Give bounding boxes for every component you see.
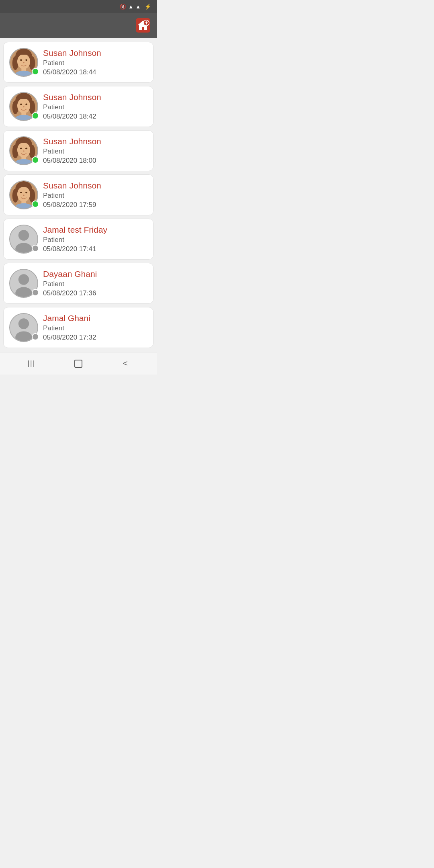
call-datetime: 05/08/2020 17:36 xyxy=(43,289,147,297)
svg-point-30 xyxy=(25,147,27,149)
bottom-nav: ||| < xyxy=(0,352,157,375)
contact-name: Dayaan Ghani xyxy=(43,269,147,279)
call-item[interactable]: Dayaan GhaniPatient05/08/2020 17:36 xyxy=(3,263,154,304)
contact-role: Patient xyxy=(43,59,147,67)
call-item[interactable]: Susan JohnsonPatient05/08/2020 18:00 xyxy=(3,130,154,171)
svg-point-39 xyxy=(20,192,22,193)
contact-role: Patient xyxy=(43,103,147,111)
call-datetime: 05/08/2020 18:42 xyxy=(43,113,147,121)
svg-point-31 xyxy=(23,151,25,152)
contact-name: Susan Johnson xyxy=(43,92,147,102)
house-plus-icon xyxy=(137,19,149,32)
call-info: Dayaan GhaniPatient05/08/2020 17:36 xyxy=(43,269,147,297)
wifi-icon: ▲ xyxy=(128,4,133,10)
call-history-list: Susan JohnsonPatient05/08/2020 18:44 xyxy=(0,38,157,352)
status-dot xyxy=(32,156,39,164)
call-item[interactable]: Susan JohnsonPatient05/08/2020 18:42 xyxy=(3,86,154,127)
contact-name: Jamal Ghani xyxy=(43,313,147,323)
contact-name: Susan Johnson xyxy=(43,137,147,146)
svg-point-8 xyxy=(17,54,30,69)
call-info: Susan JohnsonPatient05/08/2020 18:44 xyxy=(43,48,147,76)
avatar-wrap xyxy=(9,180,38,209)
contact-role: Patient xyxy=(43,324,147,332)
svg-point-48 xyxy=(18,274,29,285)
call-datetime: 05/08/2020 17:41 xyxy=(43,245,147,253)
svg-point-11 xyxy=(23,62,25,63)
contact-role: Patient xyxy=(43,192,147,200)
call-datetime: 05/08/2020 17:32 xyxy=(43,334,147,342)
svg-point-45 xyxy=(18,230,29,240)
contact-name: Susan Johnson xyxy=(43,48,147,58)
svg-point-19 xyxy=(20,103,22,105)
avatar-wrap xyxy=(9,269,38,298)
svg-point-10 xyxy=(25,59,27,61)
avatar-wrap xyxy=(9,225,38,254)
svg-point-18 xyxy=(17,98,30,113)
avatar-wrap xyxy=(9,136,38,165)
status-dot xyxy=(32,201,39,208)
call-info: Jamal GhaniPatient05/08/2020 17:32 xyxy=(43,313,147,342)
status-dot xyxy=(32,289,39,296)
contact-role: Patient xyxy=(43,147,147,156)
recents-nav-button[interactable]: ||| xyxy=(23,356,39,372)
status-dot xyxy=(32,68,39,75)
svg-point-21 xyxy=(23,106,25,108)
top-bar xyxy=(0,13,157,38)
call-info: Jamal test FridayPatient05/08/2020 17:41 xyxy=(43,225,147,253)
svg-point-51 xyxy=(18,318,29,329)
call-item[interactable]: Jamal GhaniPatient05/08/2020 17:32 xyxy=(3,307,154,348)
svg-point-20 xyxy=(25,103,27,105)
contact-role: Patient xyxy=(43,236,147,244)
call-item[interactable]: Susan JohnsonPatient05/08/2020 17:59 xyxy=(3,174,154,215)
signal-icon: ▲ xyxy=(135,4,141,10)
status-dot xyxy=(32,245,39,252)
svg-point-9 xyxy=(20,59,22,61)
home-square-icon xyxy=(74,360,82,368)
status-bar: 🔇 ▲ ▲ ⚡ xyxy=(0,0,157,13)
status-icons-area: 🔇 ▲ ▲ ⚡ xyxy=(120,4,151,10)
call-datetime: 05/08/2020 17:59 xyxy=(43,201,147,209)
svg-point-41 xyxy=(23,195,25,196)
avatar-wrap xyxy=(9,313,38,342)
call-item[interactable]: Jamal test FridayPatient05/08/2020 17:41 xyxy=(3,219,154,260)
contact-role: Patient xyxy=(43,280,147,288)
svg-point-40 xyxy=(25,192,27,193)
call-info: Susan JohnsonPatient05/08/2020 17:59 xyxy=(43,181,147,209)
back-nav-button[interactable]: < xyxy=(117,356,133,372)
home-nav-button[interactable] xyxy=(70,356,86,372)
avatar-wrap xyxy=(9,48,38,77)
svg-point-29 xyxy=(20,147,22,149)
avatar-wrap xyxy=(9,92,38,121)
status-dot xyxy=(32,112,39,119)
contact-name: Susan Johnson xyxy=(43,181,147,190)
silent-icon: 🔇 xyxy=(120,4,126,10)
call-item[interactable]: Susan JohnsonPatient05/08/2020 18:44 xyxy=(3,42,154,83)
add-button[interactable] xyxy=(136,18,150,33)
call-info: Susan JohnsonPatient05/08/2020 18:42 xyxy=(43,92,147,121)
contact-name: Jamal test Friday xyxy=(43,225,147,235)
status-dot xyxy=(32,333,39,340)
battery-icon: ⚡ xyxy=(145,4,151,10)
svg-point-38 xyxy=(17,186,30,202)
svg-point-28 xyxy=(17,142,30,158)
call-datetime: 05/08/2020 18:00 xyxy=(43,157,147,165)
call-datetime: 05/08/2020 18:44 xyxy=(43,68,147,76)
call-info: Susan JohnsonPatient05/08/2020 18:00 xyxy=(43,137,147,165)
